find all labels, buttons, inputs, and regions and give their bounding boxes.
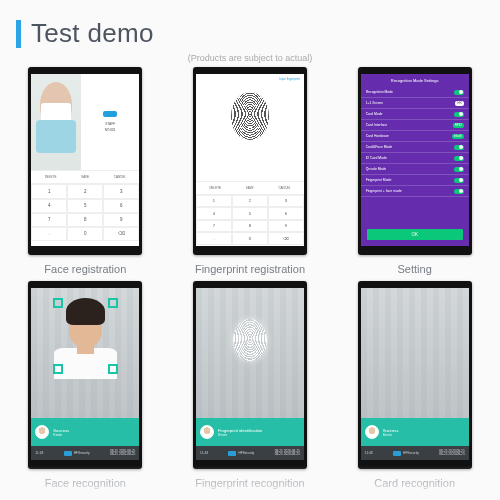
- settings-label: 1+1 Screen: [366, 101, 383, 105]
- result-panel: Fingerprint identification Kevin: [196, 418, 304, 446]
- demo-grid: STAFF NO.001 DELETE SAVE CANCEL 12345678…: [0, 67, 500, 489]
- brand-logo-icon: [103, 111, 117, 117]
- keypad-key[interactable]: 5: [67, 199, 103, 213]
- keypad-key[interactable]: 6: [268, 207, 304, 219]
- phone-frame: STAFF NO.001 DELETE SAVE CANCEL 12345678…: [28, 67, 142, 255]
- action-row: DELETE SAVE CANCEL: [196, 181, 304, 195]
- toggle-switch[interactable]: [454, 189, 464, 194]
- keypad-key[interactable]: 4: [31, 199, 67, 213]
- toggle-switch[interactable]: [454, 167, 464, 172]
- person-name: Kevin: [53, 433, 69, 437]
- keypad-key[interactable]: 4: [196, 207, 232, 219]
- keypad-key[interactable]: 7: [31, 213, 67, 227]
- date-line: 08-25 2020-08-25: [110, 453, 135, 456]
- phone-frame: Success Kevin 11:43 HFSecurity 08-25 202…: [358, 281, 472, 469]
- clock: 11:43: [35, 451, 43, 455]
- bottom-bar: 11:43 HFSecurity 08-25 2020-08-2508-25 2…: [361, 446, 469, 460]
- avatar-icon: [200, 425, 214, 439]
- action-row: DELETE SAVE CANCEL: [31, 170, 139, 184]
- keypad-key[interactable]: 6: [103, 199, 139, 213]
- delete-button[interactable]: DELETE: [207, 185, 223, 191]
- settings-row[interactable]: ID Card Mode: [361, 153, 469, 164]
- accent-bar: [16, 20, 21, 48]
- settings-label: Card Hardware: [366, 134, 389, 138]
- toggle-switch[interactable]: [454, 178, 464, 183]
- screen-settings[interactable]: Recognition Mode Settings Recognition Mo…: [361, 74, 469, 246]
- phone-frame: Success Kevin 11:43 HFSecurity 08-25 202…: [28, 281, 142, 469]
- clock: 11:43: [365, 451, 373, 455]
- settings-row[interactable]: Qrcode Mode: [361, 164, 469, 175]
- brand-name: HFSecurity: [74, 451, 90, 455]
- keypad-key[interactable]: ⌫: [268, 232, 304, 244]
- value-chip[interactable]: HR: [455, 101, 463, 106]
- keypad-key[interactable]: 0: [232, 232, 268, 244]
- page-title: Test demo: [31, 18, 154, 49]
- keypad-key[interactable]: 1: [196, 195, 232, 207]
- numeric-keypad[interactable]: 123456789.0⌫: [196, 195, 304, 245]
- settings-row[interactable]: Recognition Mode: [361, 87, 469, 98]
- keypad-key[interactable]: 3: [103, 184, 139, 198]
- settings-label: Fingerprint + face mode: [366, 189, 402, 193]
- keypad-key[interactable]: .: [31, 227, 67, 241]
- keypad-key[interactable]: 5: [232, 207, 268, 219]
- page-subtitle: (Products are subject to actual): [0, 53, 500, 63]
- cancel-button[interactable]: CANCEL: [112, 174, 128, 180]
- save-button[interactable]: SAVE: [79, 174, 91, 180]
- keypad-key[interactable]: 8: [67, 213, 103, 227]
- keypad-key[interactable]: 7: [196, 220, 232, 232]
- caption: Face registration: [44, 263, 126, 275]
- keypad-key[interactable]: 2: [67, 184, 103, 198]
- settings-row[interactable]: Fingerprint Mode: [361, 175, 469, 186]
- screen-card-recognition[interactable]: Success Kevin 11:43 HFSecurity 08-25 202…: [361, 288, 469, 460]
- keypad-key[interactable]: 3: [268, 195, 304, 207]
- screen-face-recognition[interactable]: Success Kevin 11:43 HFSecurity 08-25 202…: [31, 288, 139, 460]
- staff-label: STAFF: [105, 122, 115, 126]
- numeric-keypad[interactable]: 123456789.0⌫: [31, 184, 139, 241]
- keypad-key[interactable]: 9: [103, 213, 139, 227]
- screen-fingerprint-registration[interactable]: Input fingerprint DELETE SAVE CANCEL 123…: [196, 74, 304, 246]
- toggle-switch[interactable]: [454, 156, 464, 161]
- settings-title: Recognition Mode Settings: [361, 74, 469, 87]
- settings-list: Recognition Mode1+1 ScreenHRCard ModeCar…: [361, 87, 469, 197]
- keypad-key[interactable]: 2: [232, 195, 268, 207]
- keypad-key[interactable]: 9: [268, 220, 304, 232]
- save-button[interactable]: SAVE: [244, 185, 256, 191]
- ok-button[interactable]: OK: [367, 229, 463, 240]
- phone-frame: Fingerprint identification Kevin 11:43 H…: [193, 281, 307, 469]
- settings-row[interactable]: Card Mode: [361, 109, 469, 120]
- keypad-key[interactable]: 1: [31, 184, 67, 198]
- brand-logo-icon: [228, 451, 236, 456]
- settings-label: Card Interface: [366, 123, 388, 127]
- result-panel: Success Kevin: [361, 418, 469, 446]
- fingerprint-icon: [233, 319, 267, 361]
- value-chip[interactable]: Inbuilt: [452, 134, 464, 139]
- cell-settings: Recognition Mode Settings Recognition Mo…: [355, 67, 474, 275]
- toggle-switch[interactable]: [454, 112, 464, 117]
- caption: Card recognition: [374, 477, 455, 489]
- brand-name: HFSecurity: [403, 451, 419, 455]
- keypad-key[interactable]: 0: [67, 227, 103, 241]
- phone-frame: Input fingerprint DELETE SAVE CANCEL 123…: [193, 67, 307, 255]
- cell-face-registration: STAFF NO.001 DELETE SAVE CANCEL 12345678…: [26, 67, 145, 275]
- keypad-key[interactable]: ⌫: [103, 227, 139, 241]
- keypad-key[interactable]: .: [196, 232, 232, 244]
- screen-face-registration[interactable]: STAFF NO.001 DELETE SAVE CANCEL 12345678…: [31, 74, 139, 246]
- date-line: 08-25 2020-08-25: [275, 453, 300, 456]
- phone-frame: Recognition Mode Settings Recognition Mo…: [358, 67, 472, 255]
- toggle-switch[interactable]: [454, 90, 464, 95]
- caption: Fingerprint registration: [195, 263, 305, 275]
- settings-row[interactable]: Fingerprint + face mode: [361, 186, 469, 197]
- bottom-bar: 11:43 HFSecurity 08-25 2020-08-2508-25 2…: [196, 446, 304, 460]
- toggle-switch[interactable]: [454, 145, 464, 150]
- settings-row[interactable]: Card HardwareInbuilt: [361, 131, 469, 142]
- settings-row[interactable]: Card InterfaceRFID: [361, 120, 469, 131]
- settings-row[interactable]: 1+1 ScreenHR: [361, 98, 469, 109]
- fingerprint-icon: [231, 92, 269, 140]
- cancel-button[interactable]: CANCEL: [276, 185, 292, 191]
- person-name: Kevin: [383, 433, 399, 437]
- screen-fingerprint-recognition[interactable]: Fingerprint identification Kevin 11:43 H…: [196, 288, 304, 460]
- value-chip[interactable]: RFID: [453, 123, 464, 128]
- delete-button[interactable]: DELETE: [43, 174, 59, 180]
- settings-row[interactable]: Card&Face Mode: [361, 142, 469, 153]
- keypad-key[interactable]: 8: [232, 220, 268, 232]
